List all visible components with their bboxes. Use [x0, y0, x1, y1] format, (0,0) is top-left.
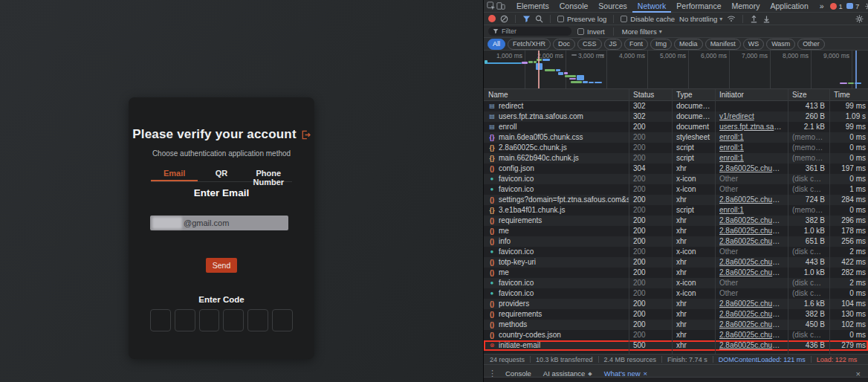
network-request-row[interactable]: () me 200 xhr 2.8a60025c.chunk.js:2 1.0 …	[484, 226, 868, 236]
request-initiator-cell[interactable]: enroll:1	[715, 153, 788, 164]
request-type-chip[interactable]: Doc	[553, 39, 575, 50]
import-har-icon[interactable]	[750, 15, 758, 23]
devtools-tab-elements[interactable]: Elements	[511, 0, 554, 13]
record-icon[interactable]	[488, 15, 496, 22]
request-initiator-cell[interactable]: v1/redirect	[715, 111, 788, 122]
settings-gear-icon[interactable]	[863, 0, 868, 13]
col-header-time[interactable]: Time	[829, 89, 855, 101]
network-request-row[interactable]: () providers 200 xhr 2.8a60025c.chunk.js…	[484, 299, 868, 309]
request-initiator-cell[interactable]: Other	[715, 174, 788, 184]
network-request-row[interactable]: () methods 200 xhr 2.8a60025c.chunk.js:2…	[484, 320, 868, 330]
request-initiator-cell[interactable]: users.fpt.ztna.safous.com	[715, 122, 788, 132]
export-har-icon[interactable]	[762, 15, 771, 23]
network-request-row[interactable]: ▤ enroll 200 document users.fpt.ztna.saf…	[484, 122, 868, 132]
devtools-tab-sources[interactable]: Sources	[593, 0, 632, 13]
network-request-row[interactable]: () settings?domain=fpt.ztna.safous.com&s…	[484, 195, 868, 205]
inspect-element-icon[interactable]	[487, 0, 496, 13]
request-type-chip[interactable]: WS	[743, 39, 765, 50]
more-filters-dropdown[interactable]: More filters ▾	[622, 27, 662, 36]
preserve-log-checkbox[interactable]: Preserve log	[557, 15, 606, 23]
filter-funnel-icon[interactable]	[522, 15, 531, 23]
col-header-type[interactable]: Type	[672, 89, 697, 101]
request-initiator-cell[interactable]: 2.8a60025c.chunk.js:2	[715, 268, 788, 278]
request-initiator-cell[interactable]: Other	[715, 247, 788, 257]
request-initiator-cell[interactable]: 2.8a60025c.chunk.js:2	[715, 164, 788, 174]
request-type-chip[interactable]: Fetch/XHR	[508, 39, 551, 50]
code-digit-input[interactable]	[272, 309, 293, 331]
request-initiator-cell[interactable]: 2.8a60025c.chunk.js:2	[715, 320, 788, 330]
network-request-row[interactable]: ▤ users.fpt.ztna.safous.com 302 document…	[484, 111, 868, 122]
code-digit-input[interactable]	[247, 309, 268, 331]
request-type-chip[interactable]: Wasm	[766, 39, 795, 50]
column-divider[interactable]	[788, 89, 788, 354]
code-digit-input[interactable]	[199, 309, 220, 331]
network-overview-waterfall[interactable]: 1,000 ms2,000 ms3,000 ms4,000 ms5,000 ms…	[484, 51, 868, 89]
auth-method-tab[interactable]: Email	[151, 166, 198, 181]
network-request-row[interactable]: () me 200 xhr 2.8a60025c.chunk.js:2 1.0 …	[484, 268, 868, 278]
network-conditions-icon[interactable]	[727, 15, 736, 22]
invert-checkbox[interactable]: Invert	[577, 27, 605, 36]
code-digit-input[interactable]	[150, 309, 171, 331]
request-initiator-cell[interactable]: 2.8a60025c.chunk.js:2	[715, 299, 788, 309]
column-divider[interactable]	[672, 89, 673, 354]
filter-input[interactable]: Filter	[488, 27, 571, 36]
auth-method-tab[interactable]: Phone Number	[245, 166, 292, 181]
request-type-chip[interactable]: JS	[604, 39, 623, 50]
send-button[interactable]: Send	[206, 258, 237, 273]
auth-method-tab[interactable]: QR	[198, 166, 244, 181]
network-request-row[interactable]: ● favicon.ico 200 x-icon Other (disk cac…	[484, 247, 868, 257]
request-initiator-cell[interactable]: 2.8a60025c.chunk.js:2	[715, 226, 788, 236]
network-request-row[interactable]: () totp-key-uri 200 xhr 2.8a60025c.chunk…	[484, 257, 868, 268]
logout-icon[interactable]	[301, 130, 311, 140]
request-initiator-cell[interactable]: 2.8a60025c.chunk.js:2	[715, 236, 788, 247]
request-initiator-cell[interactable]: 2.8a60025c.chunk.js:2	[715, 340, 788, 351]
request-initiator-cell[interactable]: Other	[715, 184, 788, 195]
request-type-chip[interactable]: Manifest	[705, 39, 741, 50]
issues-badge[interactable]: 7	[846, 2, 859, 10]
request-initiator-cell[interactable]: enroll:1	[715, 132, 788, 143]
network-request-row[interactable]: ● favicon.ico 200 x-icon Other (disk cac…	[484, 278, 868, 288]
request-initiator-cell[interactable]: 2.8a60025c.chunk.js:2	[715, 257, 788, 268]
column-divider[interactable]	[629, 89, 629, 354]
request-initiator-cell[interactable]: enroll:1	[715, 143, 788, 153]
request-initiator-cell[interactable]: 2.8a60025c.chunk.js:2	[715, 195, 788, 205]
network-request-row[interactable]: () info 200 xhr 2.8a60025c.chunk.js:2 65…	[484, 236, 868, 247]
disable-cache-checkbox[interactable]: Disable cache	[621, 15, 675, 23]
code-digit-input[interactable]	[175, 309, 195, 331]
column-divider[interactable]	[715, 89, 716, 354]
devtools-tab-console[interactable]: Console	[554, 0, 594, 13]
col-header-initiator[interactable]: Initiator	[715, 89, 748, 101]
network-request-row[interactable]: ▤ redirect 302 document / … 413 B 99 ms	[484, 101, 868, 111]
request-initiator-cell[interactable]: 2.8a60025c.chunk.js:2	[715, 309, 788, 320]
network-request-row[interactable]: {} main.6dea0f05.chunk.css 200 styleshee…	[484, 132, 868, 143]
request-type-chip[interactable]: CSS	[577, 39, 602, 50]
request-type-chip[interactable]: Media	[674, 39, 703, 50]
network-request-row[interactable]: () requirements 200 xhr 2.8a60025c.chunk…	[484, 216, 868, 226]
console-error-badge[interactable]: 1	[830, 2, 843, 10]
devtools-tab-performance[interactable]: Performance	[671, 0, 726, 13]
code-digit-input[interactable]	[223, 309, 244, 331]
request-type-chip[interactable]: Img	[650, 39, 672, 50]
request-type-chip[interactable]: Font	[624, 39, 648, 50]
request-initiator-cell[interactable]: 2.8a60025c.chunk.js:2	[715, 216, 788, 226]
network-request-row[interactable]: ● favicon.ico 200 x-icon Other (disk cac…	[484, 288, 868, 299]
network-request-row[interactable]: ● favicon.ico 200 x-icon Other (disk cac…	[484, 184, 868, 195]
network-request-row[interactable]: ⊗ initiate-email 500 xhr 2.8a60025c.chun…	[484, 340, 868, 351]
network-request-row[interactable]: {} 3.e1ba4f01.chunk.js 200 script enroll…	[484, 205, 868, 216]
search-icon[interactable]	[535, 15, 543, 23]
device-toolbar-icon[interactable]	[496, 0, 505, 13]
network-request-row[interactable]: {} main.662b940c.chunk.js 200 script enr…	[484, 153, 868, 164]
more-tabs-chevron[interactable]: »	[814, 0, 829, 13]
network-request-row[interactable]: ● favicon.ico 200 x-icon Other (disk cac…	[484, 174, 868, 184]
devtools-tab-application[interactable]: Application	[765, 0, 813, 13]
col-header-status[interactable]: Status	[629, 89, 658, 101]
request-initiator-cell[interactable]: Other	[715, 288, 788, 299]
devtools-tab-network[interactable]: Network	[632, 0, 672, 13]
request-type-chip[interactable]: Other	[797, 39, 825, 50]
col-header-size[interactable]: Size	[788, 89, 811, 101]
request-type-chip[interactable]: All	[488, 39, 505, 50]
network-request-row[interactable]: () requirements 200 xhr 2.8a60025c.chunk…	[484, 309, 868, 320]
column-divider[interactable]	[829, 89, 830, 354]
request-initiator-cell[interactable]	[715, 101, 788, 111]
request-initiator-cell[interactable]: Other	[715, 278, 788, 288]
